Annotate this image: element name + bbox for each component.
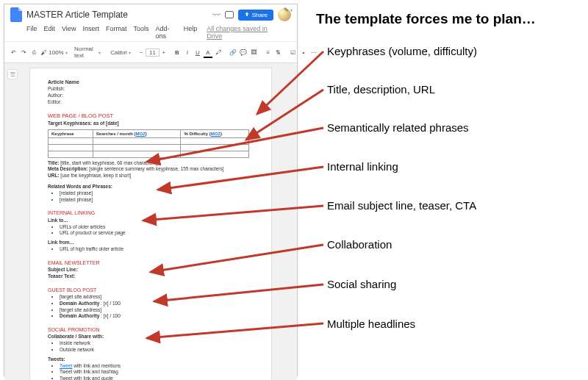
print-icon[interactable]: ⎙ bbox=[29, 48, 38, 57]
document-canvas: ☰ Article Name Publish: Author: Editor: … bbox=[4, 63, 297, 380]
title-field: Title: Title: [title, start with keyphra… bbox=[48, 160, 254, 167]
italic-icon[interactable]: I bbox=[183, 48, 192, 57]
anno-email: Email subject line, teaser, CTA bbox=[327, 199, 476, 212]
teaser-text: Teaser Text: bbox=[48, 273, 254, 280]
menu-addons[interactable]: Add-ons bbox=[155, 25, 176, 40]
anno-collab: Collaboration bbox=[327, 238, 392, 251]
section-social: SOCIAL PROMOTION bbox=[48, 326, 254, 333]
section-email: EMAIL NEWSLETTER bbox=[48, 259, 254, 266]
annotation-title: The template forces me to plan… bbox=[316, 11, 536, 27]
google-doc-window: MASTER Article Template 〰 Share File Edi… bbox=[4, 4, 298, 376]
activity-icon[interactable]: 〰 bbox=[212, 10, 220, 19]
related-phrases-heading: Related Words and Phrases: bbox=[48, 184, 254, 190]
author-field: Author: bbox=[48, 93, 254, 99]
text-color-icon[interactable]: A bbox=[204, 48, 212, 57]
outline-toggle-icon[interactable]: ☰ bbox=[7, 69, 18, 79]
menubar: File Edit View Insert Format Tools Add-o… bbox=[4, 25, 297, 41]
publish-field: Publish: bbox=[48, 86, 254, 93]
annotation-panel: The template forces me to plan… Keyphras… bbox=[290, 4, 584, 376]
anno-semantic: Semantically related phrases bbox=[327, 121, 469, 134]
section-guest-post: GUEST BLOG POST bbox=[48, 287, 254, 293]
collab-heading: Collaborate / Share with: bbox=[48, 334, 254, 340]
url-field: URL: [use the keyphrase, keep it short] bbox=[48, 173, 254, 179]
bold-icon[interactable]: B bbox=[173, 48, 182, 57]
align-icon[interactable]: ≡ bbox=[264, 48, 273, 57]
table-row bbox=[49, 151, 249, 157]
underline-icon[interactable]: U bbox=[193, 48, 202, 57]
th-searches: Searches / month (MOZ) bbox=[93, 129, 181, 137]
anno-keyphrases: Keyphrases (volume, difficulty) bbox=[327, 45, 477, 57]
link-to-heading: Link to… bbox=[48, 218, 254, 224]
highlight-icon[interactable]: 🖍 bbox=[214, 48, 223, 57]
image-icon[interactable]: 🖼 bbox=[249, 48, 258, 57]
related-phrases-list: [related phrase] [related phrase] bbox=[48, 190, 254, 204]
keyphrase-table: Keyphrase Searches / month (MOZ) % Diffi… bbox=[48, 129, 249, 158]
menu-help[interactable]: Help bbox=[184, 25, 198, 40]
th-keyphrase: Keyphrase bbox=[49, 129, 93, 137]
comment-history-icon[interactable] bbox=[225, 11, 234, 18]
font-size-minus[interactable]: − bbox=[138, 48, 144, 57]
paint-format-icon[interactable]: 🖌 bbox=[40, 48, 49, 57]
zoom-select[interactable]: 100% bbox=[50, 48, 66, 57]
tweets-heading: Tweets: bbox=[48, 356, 254, 363]
subject-line: Subject Line: bbox=[48, 267, 254, 273]
save-status: All changes saved in Drive bbox=[207, 25, 275, 40]
style-select[interactable]: Normal text bbox=[72, 44, 103, 60]
anno-headlines: Multiple headlines bbox=[327, 318, 415, 330]
titlebar: MASTER Article Template 〰 Share bbox=[4, 4, 297, 25]
table-row bbox=[49, 144, 249, 151]
toolbar: ↶ ↷ ⎙ 🖌 100% Normal text Calibri − 11 + … bbox=[4, 41, 297, 63]
redo-icon[interactable]: ↷ bbox=[19, 48, 28, 57]
link-from-heading: Link from… bbox=[48, 240, 254, 246]
menu-file[interactable]: File bbox=[26, 25, 37, 40]
target-keyphrases: Target Keyphrases: as of [date] bbox=[48, 121, 254, 127]
th-difficulty: % Difficulty (MOZ) bbox=[181, 129, 249, 137]
anno-internal: Internal linking bbox=[327, 160, 398, 173]
anno-social: Social sharing bbox=[327, 278, 396, 290]
add-comment-icon[interactable]: 💬 bbox=[239, 48, 248, 57]
section-internal-linking: INTERNAL LINKING bbox=[48, 209, 254, 216]
google-docs-icon[interactable] bbox=[10, 7, 22, 22]
font-size-plus[interactable]: + bbox=[161, 48, 167, 57]
font-size-input[interactable]: 11 bbox=[146, 49, 159, 57]
table-row bbox=[49, 137, 249, 144]
link-icon[interactable]: 🔗 bbox=[229, 48, 237, 57]
menu-view[interactable]: View bbox=[62, 25, 76, 40]
share-button[interactable]: Share bbox=[238, 10, 273, 21]
anno-title-desc: Title, description, URL bbox=[327, 83, 435, 96]
menu-edit[interactable]: Edit bbox=[44, 25, 56, 40]
document-page[interactable]: Article Name Publish: Author: Editor: WE… bbox=[29, 68, 272, 380]
article-name-heading: Article Name bbox=[48, 79, 254, 85]
menu-tools[interactable]: Tools bbox=[133, 25, 148, 40]
menu-format[interactable]: Format bbox=[106, 25, 127, 40]
editor-field: Editor: bbox=[48, 99, 254, 106]
undo-icon[interactable]: ↶ bbox=[9, 48, 18, 57]
menu-insert[interactable]: Insert bbox=[82, 25, 99, 40]
meta-desc-field: Meta Description: [single sentence summa… bbox=[48, 166, 254, 173]
line-spacing-icon[interactable]: ⇅ bbox=[274, 48, 283, 57]
font-select[interactable]: Calibri bbox=[109, 48, 132, 57]
document-title[interactable]: MASTER Article Template bbox=[26, 10, 208, 20]
section-webpage: WEB PAGE / BLOG POST bbox=[48, 112, 254, 120]
